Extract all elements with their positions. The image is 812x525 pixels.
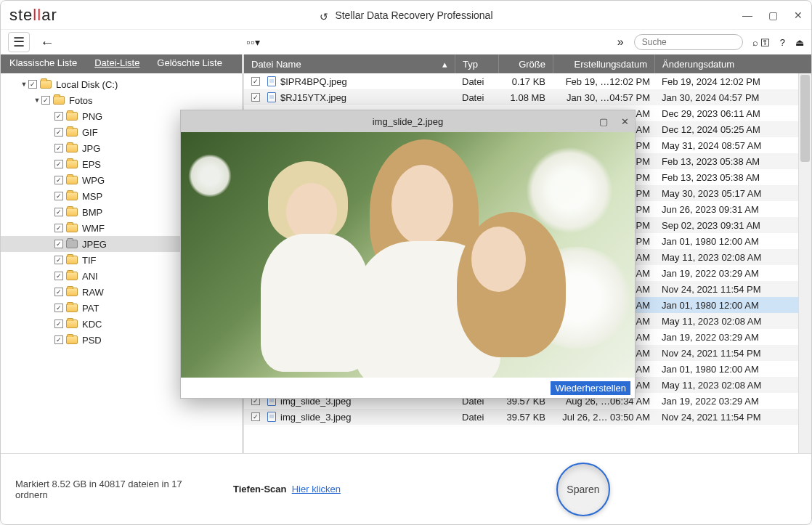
tab-file[interactable]: Datei-Liste [86, 54, 148, 73]
folder-icon [66, 335, 78, 344]
folder-icon [66, 288, 78, 296]
folder-icon [40, 80, 52, 89]
preview-window: img_slide_2.jpeg ▢ ✕ Wiederherstellen [180, 110, 636, 399]
recover-button[interactable]: Wiederherstellen [551, 381, 630, 395]
tree-row[interactable]: ▼✓Fotos [1, 92, 242, 108]
folder-icon [66, 208, 78, 216]
toolbar: ☰ ← ▫▫▾ » ⌕ ⚿ ? ⏏ [1, 30, 811, 54]
col-created[interactable]: Erstellungsdatum [553, 54, 654, 73]
col-name[interactable]: Datei Name▴ [244, 54, 455, 73]
table-row[interactable]: ✓img_slide_3.jpegDatei39.57 KBJul 26, 2…… [244, 409, 811, 425]
search-icon[interactable]: ⌕ [752, 37, 758, 48]
checkbox-icon[interactable]: ✓ [54, 304, 63, 312]
footer: Markiert 8.52 GB in 40817 dateien in 17 … [1, 453, 811, 524]
app-title: Stellar Data Recovery Professional [335, 9, 492, 21]
tab-classic[interactable]: Klassische Liste [1, 54, 86, 73]
col-type[interactable]: Typ [455, 54, 498, 73]
selection-status: Markiert 8.52 GB in 40817 dateien in 17 … [15, 479, 204, 500]
help-icon[interactable]: ? [780, 37, 785, 48]
save-button[interactable]: Sparen [556, 463, 610, 516]
preview-titlebar[interactable]: img_slide_2.jpeg ▢ ✕ [181, 110, 635, 132]
table-row[interactable]: ✓$IPR4BPQ.jpegDatei0.17 KBFeb 19, …12:02… [244, 73, 811, 89]
preview-image [181, 132, 635, 378]
checkbox-icon[interactable]: ✓ [251, 412, 260, 421]
file-icon [267, 92, 276, 102]
menu-button[interactable]: ☰ [8, 32, 30, 52]
folder-icon [66, 256, 78, 264]
preview-maximize-button[interactable]: ▢ [599, 116, 608, 127]
advanced-icon[interactable]: » [617, 36, 624, 49]
checkbox-icon[interactable]: ✓ [54, 128, 63, 137]
search-input[interactable] [641, 36, 752, 48]
checkbox-icon[interactable]: ✓ [54, 208, 63, 216]
checkbox-icon[interactable]: ✓ [54, 160, 63, 168]
title-back-icon[interactable]: ↺ [320, 11, 328, 23]
checkbox-icon[interactable]: ✓ [251, 93, 260, 102]
titlebar: stellar ↺ Stellar Data Recovery Professi… [1, 1, 811, 30]
folder-icon [53, 96, 65, 105]
file-icon [267, 76, 276, 86]
minimize-button[interactable]: — [742, 9, 752, 21]
app-logo: stellar [9, 6, 57, 25]
search-field[interactable]: ⌕ [634, 34, 743, 50]
column-headers: Datei Name▴ Typ Größe Erstellungsdatum Ä… [244, 54, 811, 73]
folder-icon [66, 176, 78, 184]
table-row[interactable]: ✓$RJ15YTX.jpegDatei1.08 MBJan 30, …04:57… [244, 89, 811, 105]
cart-icon[interactable]: ⏏ [795, 37, 804, 48]
file-icon [267, 412, 276, 422]
checkbox-icon[interactable]: ✓ [54, 176, 63, 184]
view-toggle[interactable]: ▫▫▾ [246, 36, 261, 48]
folder-icon [66, 144, 78, 152]
folder-icon [66, 128, 78, 137]
checkbox-icon[interactable]: ✓ [54, 112, 63, 121]
key-icon[interactable]: ⚿ [760, 37, 770, 48]
checkbox-icon[interactable]: ✓ [54, 335, 63, 344]
folder-icon [66, 192, 78, 200]
folder-icon [66, 304, 78, 312]
vertical-scrollbar[interactable] [798, 73, 811, 453]
list-mode-tabs: Klassische Liste Datei-Liste Gelöschte L… [1, 54, 242, 73]
checkbox-icon[interactable]: ✓ [54, 320, 63, 328]
checkbox-icon[interactable]: ✓ [54, 272, 63, 280]
checkbox-icon[interactable]: ✓ [54, 224, 63, 232]
folder-icon [66, 112, 78, 121]
folder-icon [66, 224, 78, 232]
checkbox-icon[interactable]: ✓ [54, 288, 63, 296]
maximize-button[interactable]: ▢ [768, 9, 778, 21]
checkbox-icon[interactable]: ✓ [41, 96, 50, 105]
checkbox-icon[interactable]: ✓ [251, 77, 260, 86]
tree-row[interactable]: ▼✓Local Disk (C:) [1, 76, 242, 92]
checkbox-icon[interactable]: ✓ [54, 144, 63, 152]
folder-icon [66, 240, 78, 248]
tab-deleted[interactable]: Gelöschte Liste [148, 54, 231, 73]
deep-scan-link[interactable]: Hier klicken [292, 484, 341, 495]
close-button[interactable]: ✕ [794, 9, 803, 21]
checkbox-icon[interactable]: ✓ [28, 80, 37, 89]
folder-icon [66, 160, 78, 168]
preview-close-button[interactable]: ✕ [621, 116, 629, 127]
preview-filename: img_slide_2.jpeg [181, 116, 635, 127]
folder-icon [66, 320, 78, 328]
checkbox-icon[interactable]: ✓ [54, 192, 63, 200]
back-button[interactable]: ← [40, 34, 54, 51]
sort-icon: ▴ [442, 59, 447, 70]
app-window: stellar ↺ Stellar Data Recovery Professi… [0, 0, 812, 525]
checkbox-icon[interactable]: ✓ [54, 240, 63, 248]
folder-icon [66, 272, 78, 280]
col-modified[interactable]: Änderungsdatum [654, 54, 811, 73]
col-size[interactable]: Größe [498, 54, 553, 73]
checkbox-icon[interactable]: ✓ [54, 256, 63, 264]
deep-scan: Tiefen-Scan Hier klicken [233, 484, 341, 495]
